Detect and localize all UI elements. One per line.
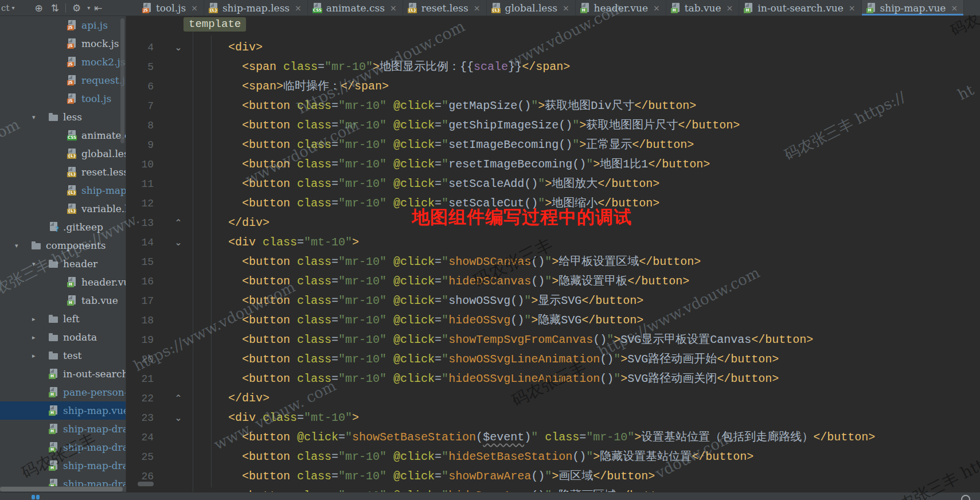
tab-close-icon[interactable]: × [474,3,481,13]
tree-item-api.js[interactable]: JSapi.js [0,16,126,34]
tree-item-header.vue[interactable]: Hheader.vue [0,273,126,291]
chevron-down-icon[interactable]: ▾ [32,260,40,268]
code-line-7[interactable]: 7<button class="mr-10" @click="getMapSiz… [126,96,980,116]
code-line-6[interactable]: 6<span>临时操作：</span> [126,77,980,96]
code-line-23[interactable]: 23⌄<div class="mt-10"> [126,408,980,428]
code-line-25[interactable]: 25<button class="mr-10" @click="hideSetB… [126,447,980,467]
tab-close-icon[interactable]: × [563,3,569,13]
code-line-21[interactable]: 21<button class="mr-10" @click="hideOSSv… [126,369,980,389]
collapse-all-icon[interactable]: ⇅ [51,1,59,15]
code-line-9[interactable]: 9<button class="mr-10" @click="setImageB… [126,135,980,155]
code-line-4[interactable]: 4⌄<div> [126,38,980,57]
code-line-26[interactable]: 26<button class="mr-10" @click="showDraw… [126,467,980,486]
tree-item-ship-map-drawli[interactable]: Hship-map-drawli [0,438,126,456]
code-line-8[interactable]: 8<button class="mr-10" @click="getShipIm… [126,116,980,135]
code-line-27[interactable]: 27<button class="mr-10" @click="hideDraw… [126,486,980,492]
editor-horizontal-scrollbar-thumb[interactable] [138,482,154,486]
editor-tab-tool.js[interactable]: JStool.js× [138,0,204,15]
fold-down-icon[interactable]: ⌄ [173,233,183,252]
tree-item-ship-map-drawli[interactable]: Hship-map-drawli [0,420,126,438]
editor-tab-reset.less[interactable]: {L}reset.less× [403,0,487,15]
project-selector-label[interactable]: ct [1,3,9,13]
tree-item-less[interactable]: ▾less [0,108,126,126]
tree-item-ship-map-drawli[interactable]: Hship-map-drawli [0,456,126,475]
editor-tab-ship-map.less[interactable]: {L}ship-map.less× [204,0,308,15]
code-line-24[interactable]: 24<button @click="showSetBaseStation($ev… [126,428,980,447]
tree-item-ship-map-drawli[interactable]: Hship-map-drawli [0,475,126,486]
editor-tab-animate.css[interactable]: CSSanimate.css× [308,0,403,15]
editor-tab-global.less[interactable]: {L}global.less× [487,0,576,15]
tree-item-ship-map.less[interactable]: {L}ship-map.less [0,181,126,200]
chevron-down-icon[interactable]: ▾ [32,114,40,121]
tree-item-ship-map.vue[interactable]: Hship-map.vue [0,401,126,420]
locate-icon[interactable]: ⊕ [34,1,42,15]
tree-item-request.js[interactable]: JSrequest.js [0,71,126,89]
line-number: 23 [126,408,154,428]
editor-tab-header.vue[interactable]: Hheader.vue× [576,0,666,15]
tab-label: ship-map.less [222,2,290,14]
tab-bar: JStool.js×{L}ship-map.less×CSSanimate.cs… [126,0,980,15]
code-editor[interactable]: template 4⌄<div>5<span class="mr-10">地图显… [126,16,980,492]
line-number: 15 [126,252,154,272]
tree-item-in-out-search.vu[interactable]: Hin-out-search.vu [0,365,126,383]
tab-close-icon[interactable]: × [390,3,397,13]
project-tree-vertical-scrollbar[interactable] [120,18,124,143]
fold-up-icon[interactable]: ⌃ [173,389,183,408]
tree-item-label: variable.less [81,203,126,214]
code-line-10[interactable]: 10<button class="mr-10" @click="resetIma… [126,155,980,174]
editor-tab-ship-map.vue[interactable]: Hship-map.vue× [862,0,965,15]
fold-down-icon[interactable]: ⌄ [173,408,183,428]
sticky-template-tag[interactable]: template [183,17,246,32]
code-line-19[interactable]: 19<button class="mr-10" @click="showTemp… [126,330,980,350]
code-line-15[interactable]: 15<button class="mr-10" @click="showDSCa… [126,252,980,272]
scrollbar-thumb[interactable] [0,487,123,491]
tree-item-tab.vue[interactable]: Htab.vue [0,291,126,310]
code-line-14[interactable]: 14⌄<div class="mt-10"> [126,233,980,252]
js-file-icon: JS [67,57,77,67]
chevron-right-icon[interactable]: ▸ [32,334,40,341]
fold-up-icon[interactable]: ⌃ [173,213,183,233]
tree-item-animate.css[interactable]: CSSanimate.css [0,126,126,144]
tab-close-icon[interactable]: × [951,3,958,13]
tree-item-pane-person-inf[interactable]: Hpane-person-inf [0,383,126,401]
tree-item-components[interactable]: ▾components [0,236,126,255]
tree-item-variable.less[interactable]: {L}variable.less [0,200,126,218]
editor-tab-in-out-search.vue[interactable]: Hin-out-search.vue× [739,0,861,15]
editor-tab-tab.vue[interactable]: Htab.vue× [666,0,740,15]
project-selector-caret-icon[interactable]: ▾ [11,5,14,11]
gear-icon[interactable]: ⚙ [72,1,81,15]
fold-down-icon[interactable]: ⌄ [173,38,183,57]
tab-close-icon[interactable]: × [191,3,198,13]
tree-item-tool.js[interactable]: JStool.js [0,89,126,108]
tree-item-label: ship-map-drawli [63,442,126,453]
tab-close-icon[interactable]: × [653,3,660,13]
tree-item-mock2.js[interactable]: JSmock2.js [0,53,126,71]
code-text: <button class="mr-10" @click="showTempSv… [201,330,813,350]
chevron-right-icon[interactable]: ▸ [32,352,40,360]
tree-item-test[interactable]: ▸test [0,346,126,365]
tree-item-global.less[interactable]: {L}global.less [0,144,126,163]
code-line-11[interactable]: 11<button class="mr-10" @click="setScale… [126,174,980,194]
project-tree-horizontal-scrollbar[interactable] [0,486,126,492]
code-line-18[interactable]: 18<button class="mr-10" @click="hideOSSv… [126,311,980,330]
tree-item-.gitkeep[interactable]: ?.gitkeep [0,218,126,236]
tree-item-mock.js[interactable]: JSmock.js [0,34,126,53]
tab-close-icon[interactable]: × [727,3,733,13]
tree-item-reset.less[interactable]: {L}reset.less [0,163,126,181]
code-line-22[interactable]: 22⌃</div> [126,389,980,408]
code-line-20[interactable]: 20<button class="mr-10" @click="showOSSv… [126,350,980,369]
chevron-right-icon[interactable]: ▸ [32,315,40,323]
status-bar-icon[interactable] [32,495,41,500]
tree-item-header[interactable]: ▾header [0,255,126,273]
tree-item-nodata[interactable]: ▸nodata [0,328,126,346]
code-line-5[interactable]: 5<span class="mr-10">地图显示比例：{{scale}}</s… [126,57,980,77]
hide-panel-icon[interactable]: ⇤ [94,1,102,15]
code-text: <button class="mr-10" @click="getShipIma… [201,116,740,135]
code-line-17[interactable]: 17<button class="mr-10" @click="showOSSv… [126,291,980,311]
tree-item-left[interactable]: ▸left [0,310,126,328]
magnifier-icon[interactable] [961,495,970,500]
chevron-down-icon[interactable]: ▾ [15,242,23,249]
code-line-16[interactable]: 16<button class="mr-10" @click="hideDSCa… [126,272,980,291]
tab-close-icon[interactable]: × [849,3,856,13]
tab-close-icon[interactable]: × [295,3,302,13]
